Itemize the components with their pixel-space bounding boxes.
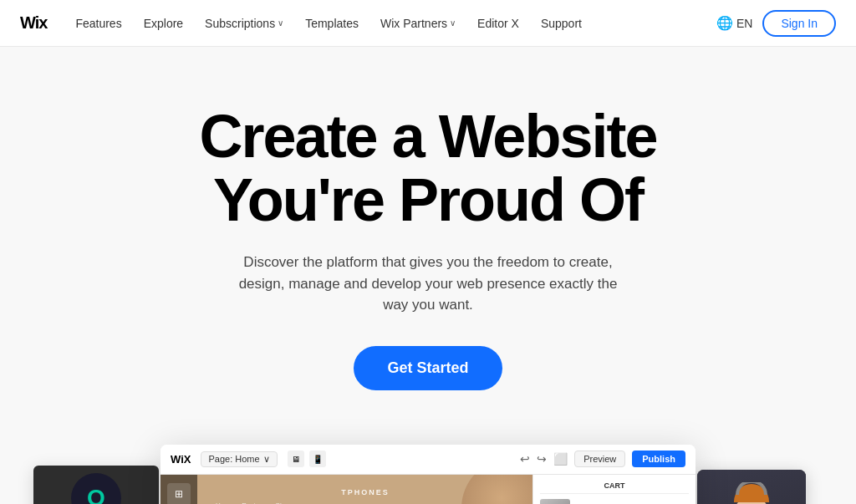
redo-icon[interactable]: ↪	[537, 452, 547, 466]
navigation: Wix Features Explore Subscriptions ∨ Tem…	[0, 0, 856, 47]
dark-circle-letter: O	[71, 473, 121, 504]
get-started-button[interactable]: Get Started	[354, 346, 502, 390]
publish-button[interactable]: Publish	[632, 451, 685, 467]
canvas-brand-name: TPHONES	[216, 488, 515, 496]
nav-subscriptions[interactable]: Subscriptions ∨	[196, 12, 292, 35]
nav-editor-x[interactable]: Editor X	[469, 12, 527, 35]
undo-icon[interactable]: ↩	[520, 452, 530, 466]
toolbar-icon-monitor[interactable]: 🖥	[288, 451, 304, 467]
editor-window: WiX Page: Home ∨ 🖥 📱 ↩ ↪ ⬜ Preview Publi…	[160, 445, 696, 504]
cart-item-1: END-PRO QTY: 1 $199.95	[540, 499, 689, 504]
mobile-preview-inner	[697, 470, 806, 504]
nav-links: Features Explore Subscriptions ∨ Templat…	[67, 12, 716, 35]
wix-logo-small: WiX	[171, 453, 191, 466]
left-panel-preview: O	[33, 466, 159, 504]
hero-title: Create a Website You're Proud Of	[135, 105, 721, 232]
globe-icon: 🌐	[716, 15, 733, 31]
chevron-down-icon: ∨	[450, 18, 456, 28]
language-selector[interactable]: 🌐 EN	[716, 15, 752, 31]
chevron-icon: ∨	[263, 454, 270, 465]
toolbar-right: ↩ ↪ ⬜ Preview Publish	[520, 451, 685, 467]
toolbar-icon-mobile[interactable]: 📱	[309, 451, 326, 467]
preview-button[interactable]: Preview	[574, 451, 625, 467]
nav-templates[interactable]: Templates	[297, 12, 367, 35]
chevron-down-icon: ∨	[278, 18, 283, 28]
mobile-preview-panel	[697, 470, 806, 504]
nav-explore[interactable]: Explore	[135, 12, 191, 35]
lang-label: EN	[736, 17, 752, 30]
nav-right: 🌐 EN Sign In	[716, 10, 836, 37]
mobile-person-placeholder	[697, 470, 806, 504]
save-icon[interactable]: ⬜	[553, 452, 568, 466]
page-selector[interactable]: Page: Home ∨	[201, 451, 277, 467]
nav-wix-partners[interactable]: Wix Partners ∨	[372, 12, 464, 35]
nav-features[interactable]: Features	[67, 12, 130, 35]
hero-subtitle: Discover the platform that gives you the…	[227, 252, 629, 316]
editor-canvas: ⊞ ＋ ⊟ ≡ TPHONES Home Reviews Shop	[160, 475, 696, 504]
cart-item-1-image	[540, 499, 570, 504]
cart-panel: CART END-PRO QTY: 1 $199.95 END-ACE	[532, 475, 696, 504]
canvas-content: TPHONES Home Reviews Shop Unparalleled L…	[202, 475, 528, 504]
nav-support[interactable]: Support	[532, 12, 590, 35]
editor-toolbar: WiX Page: Home ∨ 🖥 📱 ↩ ↪ ⬜ Preview Publi…	[160, 445, 696, 475]
cart-title: CART	[540, 481, 689, 494]
hero-section: Create a Website You're Proud Of Discove…	[0, 47, 856, 504]
canvas-left-sidebar: ⊞ ＋ ⊟ ≡	[160, 475, 197, 504]
editor-preview-section: O Mode Color Price	[17, 432, 839, 504]
canvas-icon-add[interactable]: ⊞	[167, 483, 191, 504]
toolbar-icons: 🖥 📱	[288, 451, 326, 467]
signin-button[interactable]: Sign In	[762, 10, 836, 37]
left-editor-panel: O Mode Color Price	[33, 466, 159, 504]
nav-logo[interactable]: Wix	[20, 13, 47, 33]
